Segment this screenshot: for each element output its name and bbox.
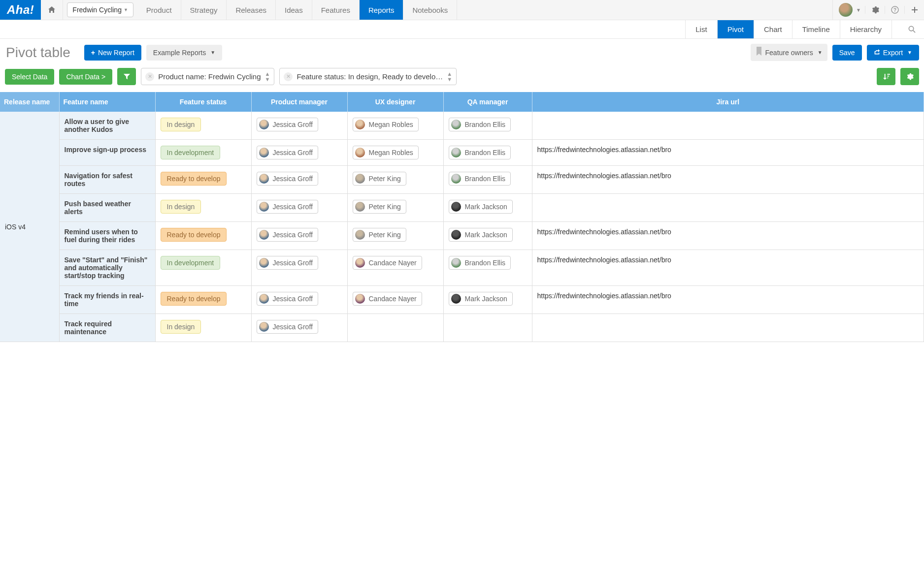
new-report-button[interactable]: + New Report	[84, 45, 141, 61]
table-row: Track required maintenanceIn designJessi…	[0, 314, 924, 342]
person-chip[interactable]: Jessica Groff	[257, 320, 318, 334]
person-chip[interactable]: Jessica Groff	[257, 172, 318, 186]
nav-strategy[interactable]: Strategy	[181, 0, 227, 20]
column-header[interactable]: Release name	[0, 92, 59, 112]
person-name: Jessica Groff	[273, 323, 313, 331]
export-button[interactable]: Export ▼	[867, 45, 919, 61]
user-menu[interactable]: ▼	[832, 0, 865, 20]
person-chip[interactable]: Megan Robles	[353, 146, 419, 159]
column-header[interactable]: QA manager	[443, 92, 532, 112]
status-pill[interactable]: Ready to develop	[161, 172, 227, 186]
select-data-button[interactable]: Select Data	[5, 69, 54, 85]
feature-name-cell[interactable]: Track my friends in real-time	[59, 286, 155, 314]
person-chip[interactable]: Jessica Groff	[257, 118, 318, 131]
toolbar-2: Select Data Chart Data > ✕Product name: …	[0, 66, 924, 92]
person-chip[interactable]: Jessica Groff	[257, 228, 318, 242]
jira-cell: https://fredwintechnologies.atlassian.ne…	[532, 222, 924, 250]
feature-name-cell[interactable]: Push based weather alerts	[59, 194, 155, 222]
pm-cell: Jessica Groff	[251, 250, 347, 286]
person-name: Peter King	[369, 175, 401, 183]
person-chip[interactable]: Candace Nayer	[353, 256, 422, 270]
person-chip[interactable]: Mark Jackson	[449, 200, 513, 214]
product-selector[interactable]: Fredwin Cycling ▼	[67, 2, 133, 17]
jira-link[interactable]: https://fredwintechnologies.atlassian.ne…	[537, 228, 919, 236]
nav-notebooks[interactable]: Notebooks	[403, 0, 457, 20]
status-pill[interactable]: In design	[161, 118, 201, 131]
column-header[interactable]: Feature name	[59, 92, 155, 112]
column-header[interactable]: Feature status	[155, 92, 251, 112]
plus-icon[interactable]	[904, 6, 924, 14]
person-chip[interactable]: Peter King	[353, 200, 406, 214]
jira-link[interactable]: https://fredwintechnologies.atlassian.ne…	[537, 146, 919, 154]
person-chip[interactable]: Megan Robles	[353, 118, 419, 131]
person-chip[interactable]: Peter King	[353, 228, 406, 242]
avatar	[451, 230, 461, 240]
filter-icon[interactable]	[117, 68, 136, 85]
subnav-hierarchy[interactable]: Hierarchy	[840, 20, 892, 38]
avatar	[451, 294, 461, 304]
pm-cell: Jessica Groff	[251, 286, 347, 314]
person-chip[interactable]: Mark Jackson	[449, 228, 513, 242]
help-icon[interactable]: ?	[885, 6, 904, 14]
svg-point-2	[909, 26, 913, 31]
person-chip[interactable]: Mark Jackson	[449, 292, 513, 306]
chart-data-button[interactable]: Chart Data >	[59, 69, 112, 85]
column-header[interactable]: Product manager	[251, 92, 347, 112]
filter-chip[interactable]: ✕Feature status: In design, Ready to dev…	[279, 68, 457, 85]
feature-name-cell[interactable]: Track required maintenance	[59, 314, 155, 342]
jira-link[interactable]: https://fredwintechnologies.atlassian.ne…	[537, 172, 919, 180]
person-chip[interactable]: Candace Nayer	[353, 292, 422, 306]
feature-name-cell[interactable]: Allow a user to give another Kudos	[59, 112, 155, 140]
nav-product[interactable]: Product	[137, 0, 181, 20]
subnav-chart[interactable]: Chart	[754, 20, 792, 38]
filter-chip[interactable]: ✕Product name: Fredwin Cycling▲▼	[141, 68, 274, 85]
subnav-timeline[interactable]: Timeline	[792, 20, 840, 38]
jira-link[interactable]: https://fredwintechnologies.atlassian.ne…	[537, 256, 919, 264]
column-header[interactable]: Jira url	[532, 92, 924, 112]
feature-name-cell[interactable]: Remind users when to fuel during their r…	[59, 222, 155, 250]
jira-link[interactable]: https://fredwintechnologies.atlassian.ne…	[537, 292, 919, 300]
person-chip[interactable]: Jessica Groff	[257, 292, 318, 306]
sort-icon[interactable]	[877, 68, 895, 85]
status-pill[interactable]: Ready to develop	[161, 292, 227, 306]
settings-gear-icon[interactable]	[900, 68, 919, 85]
person-chip[interactable]: Brandon Ellis	[449, 256, 511, 270]
status-pill[interactable]: In development	[161, 256, 221, 270]
nav-features[interactable]: Features	[312, 0, 360, 20]
feature-name-cell[interactable]: Improve sign-up process	[59, 140, 155, 166]
status-pill[interactable]: Ready to develop	[161, 228, 227, 242]
status-pill[interactable]: In design	[161, 320, 201, 334]
table-row: Save "Start" and "Finish" and automatica…	[0, 250, 924, 286]
bookmark-dropdown[interactable]: Feature owners ▼	[751, 44, 827, 61]
person-chip[interactable]: Brandon Ellis	[449, 146, 511, 159]
qa-cell: Mark Jackson	[443, 286, 532, 314]
gear-icon[interactable]	[865, 6, 885, 14]
person-chip[interactable]: Brandon Ellis	[449, 172, 511, 186]
logo[interactable]: Aha!	[0, 0, 41, 20]
nav-ideas[interactable]: Ideas	[276, 0, 312, 20]
person-chip[interactable]: Peter King	[353, 172, 406, 186]
feature-name-cell[interactable]: Save "Start" and "Finish" and automatica…	[59, 250, 155, 286]
person-chip[interactable]: Jessica Groff	[257, 146, 318, 159]
home-icon[interactable]	[41, 0, 63, 20]
person-chip[interactable]: Jessica Groff	[257, 256, 318, 270]
person-chip[interactable]: Jessica Groff	[257, 200, 318, 214]
table-row: Improve sign-up processIn developmentJes…	[0, 140, 924, 166]
feature-name-cell[interactable]: Navigation for safest routes	[59, 166, 155, 194]
subnav-pivot[interactable]: Pivot	[717, 20, 754, 38]
save-button[interactable]: Save	[832, 45, 862, 61]
status-pill[interactable]: In design	[161, 200, 201, 214]
search-icon[interactable]	[899, 20, 924, 38]
remove-filter-icon[interactable]: ✕	[284, 72, 293, 81]
nav-releases[interactable]: Releases	[227, 0, 276, 20]
remove-filter-icon[interactable]: ✕	[145, 72, 154, 81]
status-pill[interactable]: In development	[161, 146, 221, 159]
person-chip[interactable]: Brandon Ellis	[449, 118, 511, 131]
avatar	[259, 148, 269, 157]
svg-text:?: ?	[893, 7, 896, 13]
example-reports-button[interactable]: Example Reports ▼	[146, 45, 222, 61]
caret-down-icon: ▼	[210, 50, 215, 55]
nav-reports[interactable]: Reports	[360, 0, 404, 20]
column-header[interactable]: UX designer	[347, 92, 443, 112]
subnav-list[interactable]: List	[685, 20, 717, 38]
